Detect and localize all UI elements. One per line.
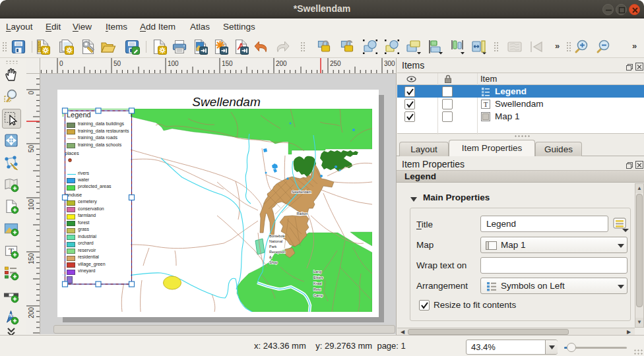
svg-text:&: & — [269, 255, 272, 259]
svg-text:National: National — [269, 239, 282, 243]
svg-text:200: 200 — [276, 60, 287, 67]
svg-text:50: 50 — [28, 145, 35, 153]
svg-text:100: 100 — [168, 60, 179, 67]
svg-text:Bontebok: Bontebok — [269, 234, 284, 238]
svg-text:Kraal: Kraal — [313, 282, 322, 285]
svg-text:T: T — [484, 100, 488, 108]
svg-text:150: 150 — [28, 253, 35, 264]
svg-text:300: 300 — [384, 60, 395, 67]
svg-text:Park: Park — [269, 245, 277, 249]
svg-text:Rest: Rest — [313, 287, 321, 291]
svg-text:200: 200 — [28, 307, 35, 318]
svg-text:Reception: Reception — [269, 250, 286, 254]
svg-text:150: 150 — [222, 60, 233, 67]
svg-text:Elsies: Elsies — [313, 276, 323, 280]
svg-text:Camp: Camp — [313, 293, 323, 297]
svg-text:0: 0 — [59, 60, 63, 67]
svg-text:Lang: Lang — [313, 270, 321, 274]
svg-text:Railton: Railton — [296, 212, 307, 216]
svg-text:Shop: Shop — [269, 260, 278, 264]
svg-text:0: 0 — [28, 91, 35, 95]
svg-text:250: 250 — [330, 60, 341, 67]
svg-text:50: 50 — [113, 60, 121, 67]
svg-text:Swellendam: Swellendam — [292, 190, 311, 194]
svg-text:100: 100 — [28, 199, 35, 210]
svg-text:N: N — [9, 313, 13, 318]
